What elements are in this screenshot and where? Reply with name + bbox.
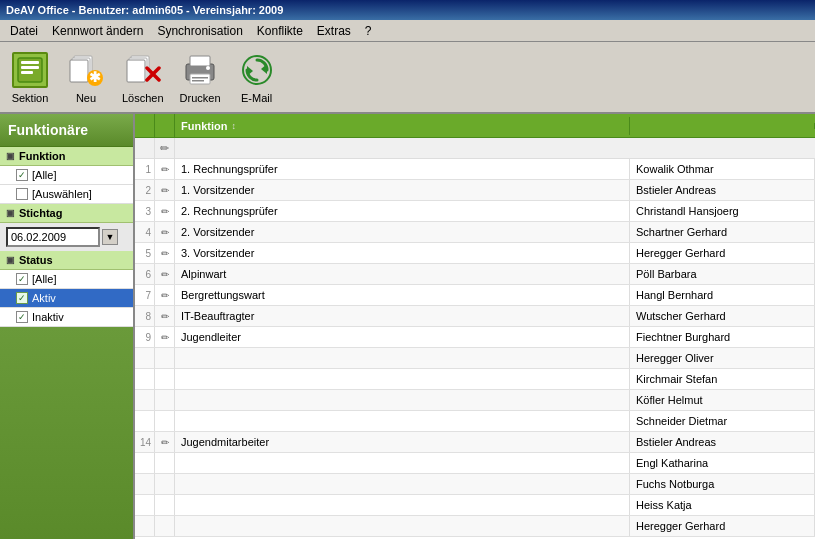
cell-name: Christandl Hansjoerg bbox=[630, 201, 815, 221]
menu-konflikte[interactable]: Konflikte bbox=[251, 22, 309, 40]
menu-synchronisation[interactable]: Synchronisation bbox=[151, 22, 248, 40]
cell-name: Köfler Helmut bbox=[630, 390, 815, 410]
row-edit-icon[interactable] bbox=[155, 474, 175, 494]
main-layout: Funktionäre ▣ Funktion ✓ [Alle] [Auswähl… bbox=[0, 114, 815, 539]
sidebar-item-alle-funktion[interactable]: ✓ [Alle] bbox=[0, 166, 133, 185]
status-section-header[interactable]: ▣ Status bbox=[0, 251, 133, 270]
table-row: Heiss Katja bbox=[135, 495, 815, 516]
table-row: 3✏2. RechnungsprüferChristandl Hansjoerg bbox=[135, 201, 815, 222]
pencil-icon: ✏ bbox=[161, 332, 169, 343]
svg-rect-11 bbox=[127, 60, 145, 82]
sidebar-item-auswaehlen[interactable]: [Auswählen] bbox=[0, 185, 133, 204]
cell-funktion bbox=[175, 453, 630, 473]
col-header-funktion[interactable]: Funktion ↕ bbox=[175, 117, 630, 135]
loeschen-button[interactable]: Löschen bbox=[118, 48, 168, 106]
table-row: 1✏1. RechnungsprüferKowalik Othmar bbox=[135, 159, 815, 180]
date-dropdown-button[interactable]: ▼ bbox=[102, 229, 118, 245]
cell-funktion: Jugendleiter bbox=[175, 327, 630, 347]
table-row: Engl Katharina bbox=[135, 453, 815, 474]
content-area: Funktion ↕ ✏ 1✏1. RechnungsprüferKowalik… bbox=[135, 114, 815, 539]
row-number: 9 bbox=[135, 327, 155, 347]
table-row: 8✏IT-BeauftragterWutscher Gerhard bbox=[135, 306, 815, 327]
cell-name: Heregger Gerhard bbox=[630, 516, 815, 536]
edit-pencil-icon: ✏ bbox=[160, 142, 169, 155]
title-text: DeAV Office - Benutzer: admin605 - Verei… bbox=[6, 4, 283, 16]
checkbox-auswaehlen bbox=[16, 188, 28, 200]
sektion-button[interactable]: Sektion bbox=[6, 48, 54, 106]
menu-extras[interactable]: Extras bbox=[311, 22, 357, 40]
date-section: ▼ bbox=[0, 223, 133, 251]
row-edit-icon[interactable]: ✏ bbox=[155, 285, 175, 305]
collapse-icon-status: ▣ bbox=[6, 255, 15, 265]
cell-funktion bbox=[175, 474, 630, 494]
sidebar-item-alle-status[interactable]: ✓ [Alle] bbox=[0, 270, 133, 289]
date-input[interactable] bbox=[6, 227, 100, 247]
row-edit-icon[interactable] bbox=[155, 390, 175, 410]
menu-kennwort[interactable]: Kennwort ändern bbox=[46, 22, 149, 40]
row-number: 1 bbox=[135, 159, 155, 179]
row-edit-icon[interactable]: ✏ bbox=[155, 306, 175, 326]
cell-name: Fuchs Notburga bbox=[630, 474, 815, 494]
cell-funktion bbox=[175, 348, 630, 368]
row-edit-icon[interactable] bbox=[155, 516, 175, 536]
cell-funktion: 2. Vorsitzender bbox=[175, 222, 630, 242]
table-row: 14✏JugendmitarbeiterBstieler Andreas bbox=[135, 432, 815, 453]
email-icon bbox=[237, 50, 277, 90]
sidebar-item-inaktiv[interactable]: ✓ Inaktiv bbox=[0, 308, 133, 327]
cell-name: Kowalik Othmar bbox=[630, 159, 815, 179]
cell-funktion: Alpinwart bbox=[175, 264, 630, 284]
sidebar-label-aktiv: Aktiv bbox=[32, 292, 56, 304]
cell-name: Heregger Oliver bbox=[630, 348, 815, 368]
row-edit-icon[interactable]: ✏ bbox=[155, 222, 175, 242]
cell-funktion: 2. Rechnungsprüfer bbox=[175, 201, 630, 221]
table-row: 9✏JugendleiterFiechtner Burghard bbox=[135, 327, 815, 348]
svg-rect-15 bbox=[190, 56, 210, 66]
row-edit-icon[interactable]: ✏ bbox=[155, 264, 175, 284]
edit-icon-cell[interactable]: ✏ bbox=[155, 138, 175, 158]
row-edit-icon[interactable]: ✏ bbox=[155, 243, 175, 263]
loeschen-icon bbox=[123, 50, 163, 90]
row-edit-icon[interactable]: ✏ bbox=[155, 180, 175, 200]
stichtag-section-header[interactable]: ▣ Stichtag bbox=[0, 204, 133, 223]
cell-funktion bbox=[175, 495, 630, 515]
neu-label: Neu bbox=[76, 92, 96, 104]
svg-text:✱: ✱ bbox=[89, 69, 101, 85]
table-body: 1✏1. RechnungsprüferKowalik Othmar2✏1. V… bbox=[135, 159, 815, 539]
row-number bbox=[135, 516, 155, 536]
svg-rect-6 bbox=[70, 60, 88, 82]
cell-funktion: 1. Vorsitzender bbox=[175, 180, 630, 200]
svg-rect-18 bbox=[192, 80, 204, 82]
table-row: Schneider Dietmar bbox=[135, 411, 815, 432]
row-edit-icon[interactable] bbox=[155, 495, 175, 515]
funktion-section-header[interactable]: ▣ Funktion bbox=[0, 147, 133, 166]
row-edit-icon[interactable]: ✏ bbox=[155, 159, 175, 179]
row-edit-icon[interactable]: ✏ bbox=[155, 327, 175, 347]
pencil-icon: ✏ bbox=[161, 164, 169, 175]
row-edit-icon[interactable] bbox=[155, 453, 175, 473]
svg-rect-17 bbox=[192, 77, 208, 79]
cell-funktion bbox=[175, 390, 630, 410]
email-button[interactable]: E-Mail bbox=[233, 48, 281, 106]
neu-button[interactable]: ✱ Neu bbox=[62, 48, 110, 106]
drucken-button[interactable]: Drucken bbox=[176, 48, 225, 106]
sidebar-item-aktiv[interactable]: ✓ Aktiv bbox=[0, 289, 133, 308]
col-header-name[interactable] bbox=[630, 123, 815, 129]
cell-name: Wutscher Gerhard bbox=[630, 306, 815, 326]
row-edit-icon[interactable] bbox=[155, 348, 175, 368]
menu-datei[interactable]: Datei bbox=[4, 22, 44, 40]
row-edit-icon[interactable] bbox=[155, 411, 175, 431]
sektion-icon bbox=[10, 50, 50, 90]
row-number: 2 bbox=[135, 180, 155, 200]
row-number bbox=[135, 411, 155, 431]
row-edit-icon[interactable]: ✏ bbox=[155, 201, 175, 221]
row-number bbox=[135, 348, 155, 368]
row-edit-icon[interactable] bbox=[155, 369, 175, 389]
menu-bar: Datei Kennwort ändern Synchronisation Ko… bbox=[0, 20, 815, 42]
row-number bbox=[135, 453, 155, 473]
row-number: 3 bbox=[135, 201, 155, 221]
table-row: 6✏AlpinwartPöll Barbara bbox=[135, 264, 815, 285]
row-edit-icon[interactable]: ✏ bbox=[155, 432, 175, 452]
menu-help[interactable]: ? bbox=[359, 22, 378, 40]
row-number: 7 bbox=[135, 285, 155, 305]
collapse-icon-funktion: ▣ bbox=[6, 151, 15, 161]
